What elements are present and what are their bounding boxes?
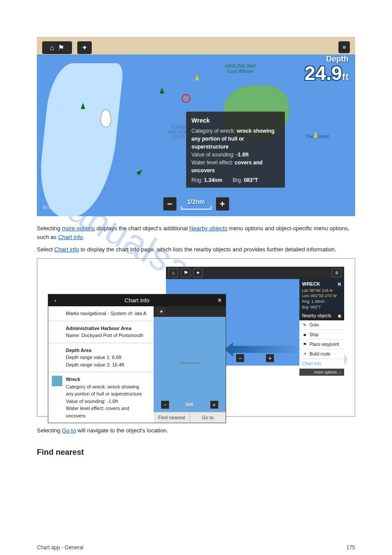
nearby-label: Nearby objects [302,313,331,318]
more-options-link[interactable]: more options [62,225,95,232]
ci-zoom-out[interactable]: − [161,401,169,409]
ctx-lat: Lat: 50°46'.116 N [302,288,342,294]
scale-zoom-control: − 1/2nm + [163,197,229,210]
list-row-depth[interactable]: Depth Area Depth range value 1: 6.6ft De… [48,343,154,373]
text: Selecting [37,427,62,434]
close-icon[interactable]: ✕ [337,281,342,288]
mini-topbar: ⌂ ⚑ ✦ ≡ [166,267,344,279]
popup-title: Wreck [191,116,280,125]
pill-left[interactable]: ⌂ ⚑ [42,41,72,54]
orientation-label: N-up [43,204,55,210]
nearby-objects-row[interactable]: Nearby objects ◉ [299,312,344,320]
mini-zoom-in[interactable]: + [266,354,274,362]
nearby-objects-link[interactable]: Nearby objects [189,225,227,232]
mini-home-icon[interactable]: ⌂ [169,268,178,277]
close-icon[interactable]: ✕ [217,297,222,304]
scale-bar [181,206,212,210]
chart-info-item[interactable]: Chart info [299,359,344,369]
cat-label: Category of wreck: [191,128,235,134]
chart-info-title: Chart info [125,297,149,304]
row-text: Value of sounding: -1.6ft [66,399,118,404]
go-to-link[interactable]: Go to [62,427,76,434]
row-text: Marks navigational - System of: iala A [66,311,146,316]
ci-zoom: − 50ft + [161,401,218,409]
flow-arrow [232,346,300,353]
goto-item[interactable]: ✎Goto [299,320,344,330]
list-row-admin[interactable]: Administrative Harbour Area Name: Dockya… [48,321,154,343]
row-heading: Depth Area [66,347,147,354]
text: to display the chart info page, which li… [79,246,336,253]
wreck-marker[interactable] [182,94,191,103]
chevron-down-icon: ⌄ [338,370,342,374]
list-row-marks[interactable]: Marks navigational - System of: iala A [48,306,154,321]
row-text: Category of wreck: wreck showing any por… [66,384,142,397]
rng-value: 1.34nm [204,177,222,183]
row-text: Depth range value 1: 6.6ft [66,355,122,360]
list-row-wreck[interactable]: Wreck Category of wreck: wreck showing a… [48,372,154,423]
build-route-item[interactable]: ↗Build route [299,349,344,359]
stop-item[interactable]: ■Stop [299,330,344,340]
waypoint-icon: ⚑ [58,44,64,52]
mini-zoom: − + [236,354,274,362]
boat-icon [101,109,111,127]
row-heading: Administrative Harbour Area [66,325,147,332]
compass-icon: ✦ [82,44,87,52]
context-header: WRECK✕ Lat: 50°46'.116 N Lon: 001°02'.27… [299,279,344,312]
more-label: more options [314,370,337,374]
text: Selecting [37,225,62,232]
goto-icon: ✎ [302,323,307,327]
ci-compass-icon[interactable]: ✦ [156,308,166,316]
chart-info-link-2[interactable]: Chart info [54,246,79,253]
top-toolbar: ⌂ ⚑ ✦ [42,41,92,54]
find-nearest-button[interactable]: Find nearest [154,412,190,423]
ci-zoom-in[interactable]: + [210,401,218,409]
zoom-in-button[interactable]: + [216,197,229,210]
marker-arrow [160,87,164,94]
ctx-brg: Brg: 083°T [302,305,321,309]
object-info-popup: Wreck Category of wreck: wreck showing a… [186,112,285,188]
depth-readout: Depth 24.9ft [305,54,349,83]
go-to-button[interactable]: Go to [190,412,226,423]
hayling-label: HAYLING BAY East Winner [225,63,256,74]
text: Select [37,246,54,253]
chart-info-list: Marks navigational - System of: iala A A… [48,306,154,423]
route-icon: ↗ [302,352,307,356]
channel-shape [37,63,124,216]
mini-menu-icon[interactable]: ≡ [332,268,342,277]
back-icon[interactable]: ‹ [52,297,56,304]
brg-label: Brg: [233,177,242,183]
body-paragraph-3: Selecting Go to will navigate to the obj… [37,426,355,435]
mini-zoom-out[interactable]: − [236,354,244,362]
more-options-row[interactable]: more options ⌄ [299,369,344,376]
row-text: Name: Dockyard Port of Portsmouth [66,333,144,338]
stop-icon: ■ [302,332,307,337]
ctx-rng: Rng: 1.38nm [302,299,325,304]
ctx-lon: Lon: 001°02'.272 W [302,293,342,299]
mini-compass-icon[interactable]: ✦ [193,268,203,277]
place-waypoint-item[interactable]: ⚑Place waypoint [299,340,344,349]
chart-info-panel: ‹ Chart info ✕ Marks navigational - Syst… [48,294,226,423]
scale-label: 1/2nm [181,198,212,205]
zoom-out-button[interactable]: − [163,197,176,210]
chart-info-link[interactable]: Chart info [58,234,83,240]
flag-icon: ⚑ [302,342,307,347]
marker-arrow [195,74,199,80]
brg-value: 083°T [244,177,258,183]
chartinfo-label: Chart info [302,361,321,366]
ci-scale-label: 50ft [186,403,194,407]
depth-value: 24.9 [305,64,342,83]
sounding-label: Value of sounding: [191,152,235,158]
hamburger-menu[interactable]: ≡ [338,41,350,53]
body-paragraph-1: Selecting more options displays the char… [37,224,355,242]
marker-arrow [81,103,85,109]
row-text: Depth range value 2: 16.4ft [66,362,124,367]
mini-waypoint-icon[interactable]: ⚑ [181,268,191,277]
pill-heading[interactable]: ✦ [77,41,92,54]
ci-map-topbar: ✦ [154,306,226,317]
sounding-value: -1.6ft [236,152,249,158]
stop-label: Stop [309,332,319,337]
object-icon: ◉ [338,313,342,318]
text: . [83,234,85,240]
ci-buttons: Find nearest Go to [154,412,226,423]
composite-screenshot-frame: ⌂ ⚑ ✦ ≡ WRECK✕ Lat: 50°46'.116 N Lon: 00… [37,258,355,417]
